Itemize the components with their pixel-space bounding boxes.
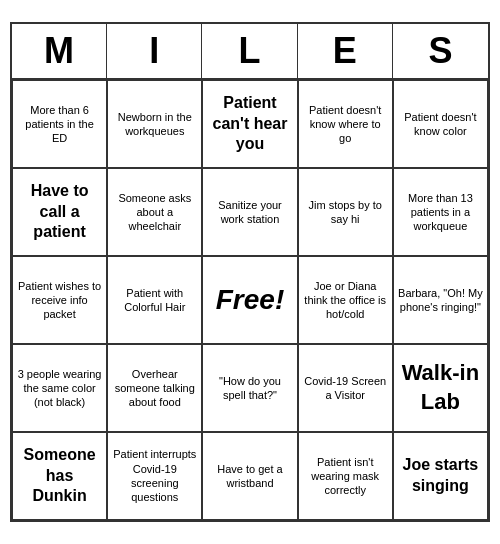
bingo-cell: Patient interrupts Covid-19 screening qu…: [107, 432, 202, 520]
bingo-cell: Have to get a wristband: [202, 432, 297, 520]
bingo-cell: Have to call a patient: [12, 168, 107, 256]
bingo-cell: Joe starts singing: [393, 432, 488, 520]
bingo-cell: Overhear someone talking about food: [107, 344, 202, 432]
bingo-cell: Walk-in Lab: [393, 344, 488, 432]
header-letter: M: [12, 24, 107, 78]
bingo-cell: More than 13 patients in a workqueue: [393, 168, 488, 256]
bingo-cell: More than 6 patients in the ED: [12, 80, 107, 168]
bingo-cell: Covid-19 Screen a Visitor: [298, 344, 393, 432]
bingo-header: MILES: [12, 24, 488, 80]
bingo-grid: More than 6 patients in the EDNewborn in…: [12, 80, 488, 520]
bingo-cell: Joe or Diana think the office is hot/col…: [298, 256, 393, 344]
bingo-cell: Jim stops by to say hi: [298, 168, 393, 256]
header-letter: I: [107, 24, 202, 78]
bingo-cell: Patient doesn't know color: [393, 80, 488, 168]
bingo-cell: Patient with Colorful Hair: [107, 256, 202, 344]
header-letter: L: [202, 24, 297, 78]
bingo-cell: 3 people wearing the same color (not bla…: [12, 344, 107, 432]
header-letter: E: [298, 24, 393, 78]
header-letter: S: [393, 24, 488, 78]
bingo-cell: Patient doesn't know where to go: [298, 80, 393, 168]
bingo-card: MILES More than 6 patients in the EDNewb…: [10, 22, 490, 522]
bingo-cell: Someone asks about a wheelchair: [107, 168, 202, 256]
bingo-cell: "How do you spell that?": [202, 344, 297, 432]
bingo-cell: Someone has Dunkin: [12, 432, 107, 520]
bingo-cell: Free!: [202, 256, 297, 344]
bingo-cell: Patient isn't wearing mask correctly: [298, 432, 393, 520]
bingo-cell: Patient wishes to receive info packet: [12, 256, 107, 344]
bingo-cell: Sanitize your work station: [202, 168, 297, 256]
bingo-cell: Barbara, "Oh! My phone's ringing!": [393, 256, 488, 344]
bingo-cell: Patient can't hear you: [202, 80, 297, 168]
bingo-cell: Newborn in the workqueues: [107, 80, 202, 168]
